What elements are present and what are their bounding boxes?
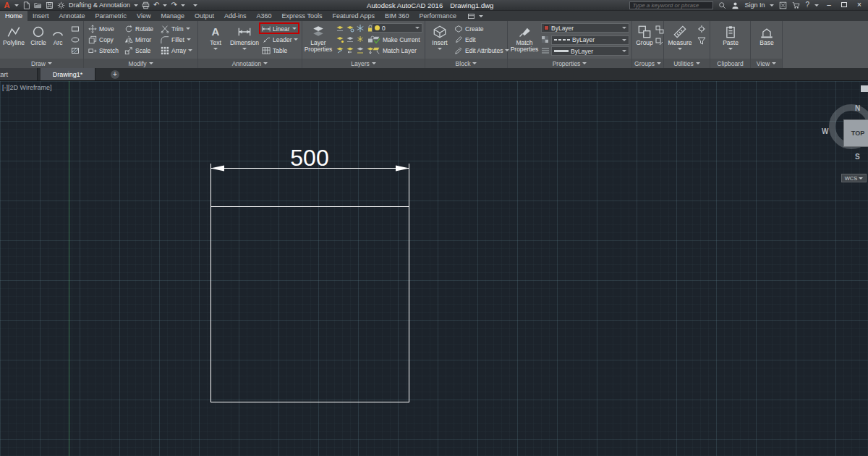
redo-icon[interactable]: ↷ xyxy=(171,1,176,9)
tab-a360[interactable]: A360 xyxy=(252,11,277,21)
open-file-icon[interactable] xyxy=(34,1,42,9)
lineweight-dropdown[interactable]: ByLayer xyxy=(551,46,629,56)
fillet-button[interactable]: Fillet xyxy=(161,35,191,44)
qat-customize-icon[interactable] xyxy=(193,4,197,7)
viewcube-south-label[interactable]: S xyxy=(855,153,860,161)
ellipse-tool-icon[interactable] xyxy=(71,35,80,44)
base-button[interactable]: Base xyxy=(757,22,777,46)
layer-thaw-icon[interactable] xyxy=(356,35,365,43)
tab-parametric[interactable]: Parametric xyxy=(90,11,132,21)
autocad-logo-icon[interactable]: A xyxy=(3,1,11,9)
viewcube-top-face[interactable]: TOP xyxy=(843,119,868,147)
layer-isolate-icon[interactable] xyxy=(346,24,354,33)
search-input[interactable] xyxy=(629,1,713,9)
panel-label-properties[interactable]: Properties xyxy=(508,59,631,68)
array-button[interactable]: Array xyxy=(161,46,192,55)
layer-select-dropdown[interactable]: 0 xyxy=(372,23,422,33)
panel-label-modify[interactable]: Modify xyxy=(84,59,197,68)
copy-button[interactable]: Copy xyxy=(88,35,114,44)
layer-match-icon[interactable] xyxy=(336,46,344,54)
panel-label-groups[interactable]: Groups xyxy=(632,59,663,68)
file-tab-drawing1[interactable]: Drawing1* xyxy=(41,68,95,81)
new-drawing-tab-button[interactable]: + xyxy=(111,70,119,79)
edit-block-button[interactable]: Edit xyxy=(454,35,476,44)
transparency-icon[interactable] xyxy=(541,35,550,44)
ribbon-display-icon[interactable] xyxy=(467,12,475,20)
mirror-button[interactable]: Mirror xyxy=(124,35,151,44)
edit-attributes-button[interactable]: Edit Attributes xyxy=(454,46,509,55)
plot-icon[interactable] xyxy=(142,1,150,9)
workspace-gear-icon[interactable] xyxy=(57,1,65,9)
circle-button[interactable]: Circle xyxy=(27,22,49,46)
match-layer-button[interactable]: Match Layer xyxy=(372,46,417,55)
layer-on-icon[interactable] xyxy=(336,35,344,43)
redo-arrow-icon[interactable] xyxy=(181,4,185,7)
trim-arrow-icon[interactable] xyxy=(186,28,190,30)
insert-arrow-icon[interactable] xyxy=(438,48,442,50)
panel-label-layers[interactable]: Layers xyxy=(302,59,425,68)
viewcube-north-label[interactable]: N xyxy=(855,104,860,112)
undo-arrow-icon[interactable] xyxy=(163,4,167,7)
move-button[interactable]: Move xyxy=(88,24,114,33)
ungroup-icon[interactable] xyxy=(655,25,664,34)
linear-button[interactable]: Linear xyxy=(262,24,297,33)
create-block-button[interactable]: Create xyxy=(454,24,484,33)
model-space-canvas[interactable]: 500 [-][2D Wireframe] TOP N W S WCS xyxy=(0,81,868,456)
rotate-button[interactable]: Rotate xyxy=(124,24,153,33)
leader-button[interactable]: Leader xyxy=(262,35,298,44)
layer-off-icon[interactable] xyxy=(336,24,344,33)
layer-previous-icon[interactable] xyxy=(346,46,354,54)
object-color-dropdown[interactable]: ByLayer xyxy=(541,23,629,33)
rectangle-entity[interactable] xyxy=(211,207,409,402)
layer-freeze-icon[interactable] xyxy=(356,24,365,33)
paste-arrow-icon[interactable] xyxy=(728,48,733,50)
stretch-button[interactable]: Stretch xyxy=(88,46,119,55)
user-icon[interactable] xyxy=(731,1,739,9)
tab-home[interactable]: Home xyxy=(0,11,27,21)
panel-label-clipboard[interactable]: Clipboard xyxy=(710,59,750,68)
help-icon[interactable]: ? xyxy=(805,1,809,9)
linear-arrow-icon[interactable] xyxy=(292,28,297,30)
tab-manage[interactable]: Manage xyxy=(156,11,190,21)
paste-button[interactable]: Paste xyxy=(720,22,741,50)
text-arrow-icon[interactable] xyxy=(213,48,218,50)
rectangle-tool-icon[interactable] xyxy=(71,25,80,33)
tab-view[interactable]: View xyxy=(132,11,156,21)
group-button[interactable]: Group xyxy=(634,22,655,46)
panel-label-view[interactable]: View xyxy=(751,59,782,68)
panel-label-draw[interactable]: Draw xyxy=(0,59,83,68)
minimize-button[interactable]: – xyxy=(824,0,834,10)
sign-in-arrow-icon[interactable] xyxy=(770,4,774,7)
undo-icon[interactable]: ↶ xyxy=(153,1,159,9)
measure-arrow-icon[interactable] xyxy=(678,48,682,50)
layer-properties-button[interactable]: Layer Properties xyxy=(304,22,333,53)
panel-label-block[interactable]: Block xyxy=(425,59,507,68)
drawing-geometry[interactable]: 500 xyxy=(0,81,868,456)
match-properties-button[interactable]: Match Properties xyxy=(509,22,540,53)
tab-annotate[interactable]: Annotate xyxy=(54,11,90,21)
viewport-controls[interactable]: [-][2D Wireframe] xyxy=(2,84,52,91)
tab-performance[interactable]: Performance xyxy=(414,11,461,21)
make-current-button[interactable]: Make Current xyxy=(372,35,420,44)
linetype-dropdown[interactable]: ByLayer xyxy=(551,35,629,45)
quick-select-icon[interactable] xyxy=(697,36,706,45)
workspace-label[interactable]: Drafting & Annotation xyxy=(69,1,130,9)
tab-output[interactable]: Output xyxy=(190,11,219,21)
maximize-button[interactable] xyxy=(839,0,849,10)
viewcube-west-label[interactable]: W xyxy=(822,127,828,135)
array-arrow-icon[interactable] xyxy=(188,49,192,51)
insert-button[interactable]: Insert xyxy=(428,22,451,50)
arc-button[interactable]: Arc xyxy=(49,22,67,46)
tab-insert[interactable]: Insert xyxy=(27,11,54,21)
fillet-arrow-icon[interactable] xyxy=(187,38,191,41)
group-edit-icon[interactable] xyxy=(655,37,664,46)
tab-bim360[interactable]: BIM 360 xyxy=(380,11,414,21)
tab-addins[interactable]: Add-ins xyxy=(219,11,252,21)
app-menu-arrow-icon[interactable] xyxy=(14,4,19,7)
sign-in-label[interactable]: Sign In xyxy=(744,1,765,9)
ribbon-display-arrow-icon[interactable] xyxy=(479,15,483,17)
close-button[interactable]: × xyxy=(854,0,864,10)
layer-unisolate-icon[interactable] xyxy=(346,35,354,43)
ucs-selector[interactable]: WCS xyxy=(841,174,867,182)
dimension-text[interactable]: 500 xyxy=(290,145,328,171)
